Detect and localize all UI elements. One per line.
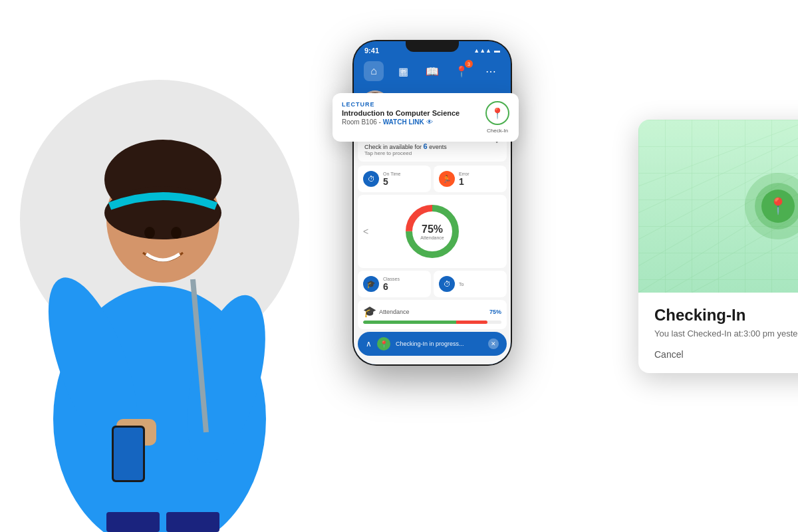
ontime-info: On Time 5	[383, 172, 400, 187]
cancel-button[interactable]: Cancel	[654, 349, 798, 360]
modal-subtitle: You last Checked-In at:3:00 pm yesterday	[654, 329, 798, 338]
svg-point-8	[171, 227, 182, 239]
more-icon: ⋯	[485, 65, 496, 78]
checkin-unit: events	[429, 144, 447, 150]
modal-title: Checking-In	[654, 306, 798, 325]
watch-icon: 👁	[426, 118, 433, 126]
checkin-sub: Tap here to proceed	[364, 150, 447, 156]
phone-screen: 9:41 ▲▲▲ ▬ ⌂ ▦ 15 📖 📍	[354, 41, 511, 364]
bottom-checkin-bar[interactable]: ∧ 📍 Checking-In in progress... ✕	[358, 332, 507, 356]
att-icon: 🎓	[363, 305, 376, 318]
svg-point-7	[144, 227, 155, 239]
checkin-circle-icon: 📍	[485, 101, 509, 125]
checkin-btn-label: Check-In	[487, 128, 508, 134]
att-label-row: 🎓 Attendance	[363, 305, 410, 318]
att-percentage: 75%	[489, 309, 501, 315]
bottom-stats: 🎓 Classes 6 ⏱ To	[358, 271, 507, 297]
home-icon: ⌂	[370, 65, 377, 77]
classes-icon: 🎓	[363, 276, 379, 292]
svg-rect-12	[106, 512, 160, 532]
ontime-icon: ⏱	[363, 171, 379, 187]
attendance-donut: 75% Attendance	[402, 201, 462, 261]
navigation-bar: ⌂ ▦ 15 📖 📍 3 ⋯	[354, 57, 511, 85]
classes-value: 6	[383, 281, 400, 292]
donut-center: 75% Attendance	[420, 223, 444, 240]
error-info: Error 1	[459, 172, 469, 187]
att-row: 🎓 Attendance 75%	[363, 305, 501, 318]
watch-link[interactable]: WATCH LINK	[383, 118, 424, 126]
classes-label: Classes	[383, 277, 400, 281]
error-value: 1	[459, 176, 469, 187]
lecture-card: LECTURE Introduction to Computer Science…	[332, 93, 519, 142]
lecture-room: Room B106 - WATCH LINK 👁	[342, 118, 479, 126]
checking-in-modal: 📍 Checking-In You last Checked-In at:3:0…	[638, 120, 798, 373]
chart-prev-icon[interactable]: <	[363, 226, 368, 237]
lecture-title: Introduction to Computer Science	[342, 109, 479, 117]
status-icons: ▲▲▲ ▬	[473, 47, 500, 54]
stat-classes: 🎓 Classes 6	[358, 271, 431, 297]
modal-content: Checking-In You last Checked-In at:3:00 …	[638, 293, 798, 373]
checkin-count: 6	[424, 142, 428, 150]
to-icon: ⏱	[439, 276, 455, 292]
stats-row: ⏱ On Time 5 🏃 Error 1	[358, 166, 507, 192]
attendance-label: Attendance	[420, 235, 444, 240]
signal-icon: ▲▲▲	[473, 47, 491, 54]
attendance-percentage: 75%	[420, 223, 444, 235]
status-time: 9:41	[364, 47, 379, 55]
checkin-description: Check in available for 6 events	[364, 142, 447, 150]
svg-rect-11	[114, 428, 143, 480]
att-label: Attendance	[379, 309, 410, 315]
nav-book[interactable]: 📖	[422, 61, 442, 81]
error-icon: 🏃	[439, 171, 455, 187]
phone-frame: 9:41 ▲▲▲ ▬ ⌂ ▦ 15 📖 📍	[352, 40, 512, 366]
to-label: To	[459, 282, 464, 287]
nav-location[interactable]: 📍 3	[452, 61, 471, 81]
lecture-checkin-button[interactable]: 📍 Check-In	[485, 101, 509, 134]
ontime-value: 5	[383, 176, 400, 187]
person-illustration	[13, 33, 359, 532]
phone-mockup: 9:41 ▲▲▲ ▬ ⌂ ▦ 15 📖 📍	[352, 40, 512, 366]
checkin-progress-icon: 📍	[377, 337, 390, 350]
att-progress-bar	[363, 321, 501, 324]
to-info: To	[459, 282, 464, 287]
calendar-date: 15	[400, 69, 406, 74]
nav-home[interactable]: ⌂	[364, 61, 384, 81]
location-badge: 3	[465, 60, 473, 68]
classes-info: Classes 6	[383, 277, 400, 292]
lecture-type: LECTURE	[342, 101, 479, 108]
phone-notch	[406, 40, 459, 52]
checkin-desc-text: Check in available for	[364, 144, 422, 150]
attendance-bar-section: 🎓 Attendance 75%	[358, 300, 507, 329]
room-label: Room B106	[342, 118, 377, 126]
stat-ontime: ⏱ On Time 5	[358, 166, 431, 192]
battery-icon: ▬	[494, 47, 500, 54]
error-label: Error	[459, 172, 469, 176]
book-icon: 📖	[426, 65, 439, 78]
lecture-info: LECTURE Introduction to Computer Science…	[342, 101, 479, 126]
bottom-chevron-icon: ∧	[366, 339, 372, 348]
svg-rect-13	[166, 512, 219, 532]
stat-to: ⏱ To	[434, 271, 507, 297]
att-bar-fill	[363, 321, 487, 324]
nav-calendar[interactable]: ▦ 15	[393, 61, 413, 81]
nav-more[interactable]: ⋯	[481, 61, 501, 81]
chart-section: < 75% Attendance	[358, 195, 507, 268]
modal-map: 📍	[638, 120, 798, 293]
checkin-progress-text: Checking-In in progress...	[396, 340, 483, 347]
svg-rect-20	[638, 120, 798, 293]
stat-error: 🏃 Error 1	[434, 166, 507, 192]
ontime-label: On Time	[383, 172, 400, 176]
close-button[interactable]: ✕	[488, 338, 499, 349]
phone-content: CHECK IN Check in available for 6 events…	[354, 125, 511, 364]
